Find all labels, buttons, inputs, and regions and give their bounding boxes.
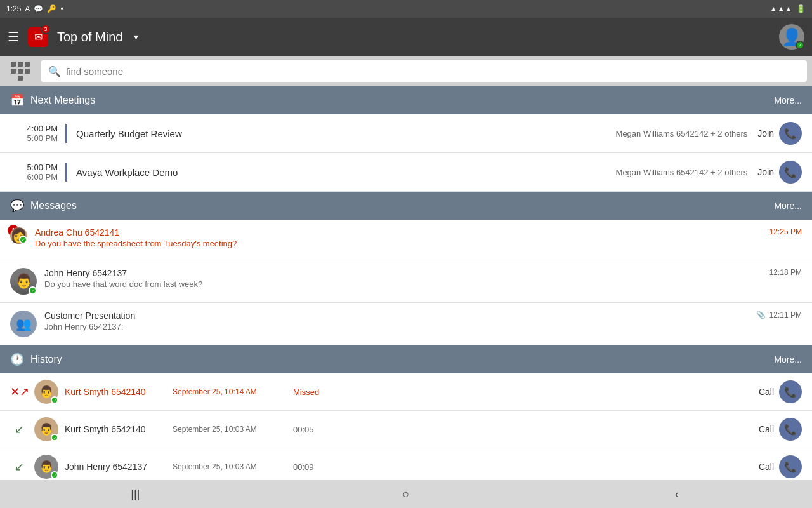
message-sender-name: John Henry 6542137 <box>44 268 762 278</box>
dot-status-icon: • <box>60 4 63 13</box>
history-contact-name: John Henry 6542137 <box>65 462 166 472</box>
message-right: 12:25 PM <box>769 227 802 236</box>
status-icon-a: A <box>25 4 30 13</box>
history-call-wrap: Call 📞 <box>759 455 802 478</box>
wifi-icon: ▲▲▲ <box>769 4 792 13</box>
history-call-wrap: Call 📞 <box>759 380 802 403</box>
meeting-time: 4:00 PM 5:00 PM <box>10 124 67 143</box>
online-indicator <box>51 471 58 479</box>
call-label: Call <box>759 424 774 434</box>
online-indicator <box>19 236 27 244</box>
history-call-status: Missed <box>293 387 344 397</box>
history-avatar-wrap: 👨 <box>34 380 58 404</box>
user-avatar-wrap[interactable]: 👤 <box>779 24 804 50</box>
attachment-icon: 📎 <box>756 311 766 319</box>
dropdown-arrow-icon[interactable]: ▾ <box>134 32 138 42</box>
status-time: 1:25 <box>6 4 21 13</box>
message-preview: John Henry 6542137: <box>44 322 749 331</box>
history-call-date: September 25, 10:14 AM <box>173 387 287 396</box>
bottom-navigation: ||| ○ ‹ <box>0 480 812 508</box>
history-call-button[interactable]: 📞 <box>779 455 802 478</box>
join-label: Join <box>757 128 774 138</box>
history-call-duration: 00:05 <box>293 425 331 434</box>
search-bar: 🔍 <box>0 56 812 86</box>
key-status-icon: 🔑 <box>47 4 56 13</box>
meetings-title: Next Meetings <box>30 95 95 106</box>
message-sender-name: Customer Presentation <box>44 311 749 321</box>
join-label: Join <box>757 167 774 177</box>
group-avatar: 👥 <box>10 311 37 337</box>
meeting-participants: Megan Williams 6542142 + 2 others <box>616 129 748 138</box>
history-call-wrap: Call 📞 <box>759 418 802 441</box>
join-call-button[interactable]: 📞 <box>779 122 802 145</box>
history-item: ✕↗ 👨 Kurt Smyth 6542140 September 25, 10… <box>0 373 812 411</box>
history-call-button[interactable]: 📞 <box>779 418 802 441</box>
history-item: ↙ 👨 Kurt Smyth 6542140 September 25, 10:… <box>0 411 812 448</box>
app-icon: 3 <box>28 27 48 47</box>
incoming-call-icon: ↙ <box>10 422 28 436</box>
grid-icon-button[interactable] <box>5 58 36 84</box>
meetings-section-header: 📅 Next Meetings More... <box>0 86 812 114</box>
meeting-title: Quarterly Budget Review <box>76 128 616 139</box>
history-avatar-wrap: 👨 <box>34 455 58 479</box>
meeting-start-time: 5:00 PM <box>10 163 58 172</box>
history-icon: 🕐 <box>10 352 24 366</box>
message-time: 12:25 PM <box>769 227 802 236</box>
message-body: Andrea Chu 6542141 Do you have the sprea… <box>35 227 762 248</box>
online-indicator <box>51 434 58 441</box>
grid-icon <box>11 62 30 81</box>
join-call-button[interactable]: 📞 <box>779 161 802 184</box>
history-section-header: 🕐 History More... <box>0 345 812 373</box>
message-item[interactable]: 👨 John Henry 6542137 Do you have that wo… <box>0 260 812 303</box>
meeting-time: 5:00 PM 6:00 PM <box>10 163 67 182</box>
online-indicator <box>29 286 37 295</box>
message-item[interactable]: 👥 Customer Presentation John Henry 65421… <box>0 303 812 345</box>
message-time: 12:18 PM <box>769 268 802 277</box>
message-preview: Do you have the spreadsheet from Tuesday… <box>35 239 762 248</box>
message-body: John Henry 6542137 Do you have that word… <box>44 268 762 289</box>
meeting-item: 5:00 PM 6:00 PM Avaya Workplace Demo Meg… <box>0 153 812 192</box>
message-item[interactable]: 1 👩 Andrea Chu 6542141 Do you have the s… <box>0 220 812 260</box>
history-item: ↙ 👨 John Henry 6542137 September 25, 10:… <box>0 448 812 480</box>
call-label: Call <box>759 462 774 472</box>
history-avatar-wrap: 👨 <box>34 417 58 441</box>
history-contact-name: Kurt Smyth 6542140 <box>65 424 166 434</box>
message-avatar-wrap: 1 👩 <box>10 227 27 244</box>
message-sender-name: Andrea Chu 6542141 <box>35 227 762 237</box>
meeting-title: Avaya Workplace Demo <box>76 167 616 178</box>
main-content: 📅 Next Meetings More... 4:00 PM 5:00 PM … <box>0 86 812 480</box>
history-more-link[interactable]: More... <box>774 354 802 364</box>
meeting-end-time: 6:00 PM <box>10 172 58 182</box>
message-body: Customer Presentation John Henry 6542137… <box>44 311 749 331</box>
history-call-duration: 00:09 <box>293 462 331 472</box>
status-bar: 1:25 A 💬 🔑 • ▲▲▲ 🔋 <box>0 0 812 18</box>
meetings-more-link[interactable]: More... <box>774 95 802 105</box>
meeting-participants: Megan Williams 6542142 + 2 others <box>616 168 748 177</box>
history-title: History <box>30 354 62 365</box>
menu-button[interactable]: ☰ <box>8 29 19 44</box>
call-label: Call <box>759 387 774 397</box>
history-contact-name: Kurt Smyth 6542140 <box>65 387 166 397</box>
calendar-icon: 📅 <box>10 93 24 107</box>
history-call-date: September 25, 10:03 AM <box>173 425 287 434</box>
meeting-end-time: 5:00 PM <box>10 133 58 143</box>
app-title: Top of Mind <box>57 30 122 44</box>
meeting-start-time: 4:00 PM <box>10 124 58 133</box>
nav-back-button[interactable]: ||| <box>0 480 271 508</box>
meeting-item: 4:00 PM 5:00 PM Quarterly Budget Review … <box>0 114 812 153</box>
message-avatar-wrap: 👥 <box>10 311 37 337</box>
messages-section-header: 💬 Messages More... <box>0 192 812 220</box>
online-indicator <box>51 396 58 404</box>
top-bar: ☰ 3 Top of Mind ▾ 👤 <box>0 18 812 56</box>
notification-badge: 3 <box>41 24 51 34</box>
history-call-button[interactable]: 📞 <box>779 380 802 403</box>
nav-home-button[interactable]: ○ <box>271 480 542 508</box>
nav-recent-button[interactable]: ‹ <box>541 480 812 508</box>
search-input-wrap[interactable]: 🔍 <box>41 60 807 82</box>
search-icon: 🔍 <box>48 65 61 77</box>
message-time: 📎 12:11 PM <box>756 311 802 319</box>
search-input[interactable] <box>66 66 799 77</box>
join-btn-wrap: Join 📞 <box>757 161 802 184</box>
messages-more-link[interactable]: More... <box>774 201 802 211</box>
message-preview: Do you have that word doc from last week… <box>44 279 762 289</box>
